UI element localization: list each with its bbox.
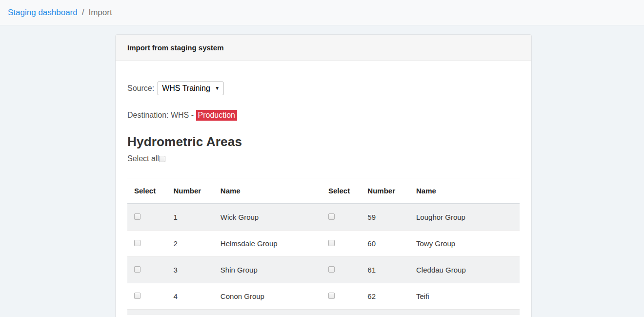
table-row: 1Wick Group59Loughor Group (127, 204, 520, 230)
row-select-checkbox-left[interactable] (134, 293, 141, 299)
breadcrumb-separator: / (82, 8, 84, 18)
panel-body: Source: WHS Training ▼ Destination: WHS … (116, 61, 531, 315)
row-select-checkbox-left[interactable] (134, 266, 141, 273)
row-select-cell-right (322, 283, 361, 309)
row-number-right: 61 (361, 256, 409, 283)
column-header-select-3: Select (322, 178, 361, 204)
section-title: Hydrometric Areas (127, 134, 520, 149)
row-number-left: 1 (166, 204, 213, 230)
row-number-right: 62 (361, 283, 409, 309)
table-header-row: SelectNumberNameSelectNumberName (127, 178, 520, 204)
source-field: Source: WHS Training ▼ (127, 82, 520, 95)
column-header-number-1: Number (166, 178, 213, 204)
breadcrumb-link-staging-dashboard[interactable]: Staging dashboard (8, 8, 78, 18)
select-all-label: Select all (127, 154, 159, 163)
row-name-right: Loughor Group (409, 204, 520, 230)
partial-next-row (127, 309, 520, 315)
row-select-checkbox-right[interactable] (328, 266, 335, 273)
column-header-number-4: Number (361, 178, 409, 204)
import-panel: Import from staging system Source: WHS T… (115, 34, 532, 317)
row-name-left: Wick Group (214, 204, 322, 230)
destination-environment-badge: Production (196, 110, 238, 121)
row-select-checkbox-right[interactable] (328, 213, 335, 220)
table-row: 3Shin Group61Cleddau Group (127, 256, 520, 283)
destination-field: Destination: WHS - Production (127, 111, 520, 120)
table-row: 4Conon Group62Teifi (127, 283, 520, 309)
row-select-cell-right (322, 256, 361, 283)
row-name-right: Teifi (409, 283, 520, 309)
panel-title: Import from staging system (127, 43, 224, 52)
row-name-right: Towy Group (409, 230, 520, 256)
hydrometric-areas-table: SelectNumberNameSelectNumberName 1Wick G… (127, 178, 520, 309)
select-all-row: Select all (127, 154, 520, 163)
row-number-left: 3 (166, 256, 213, 283)
row-number-left: 4 (166, 283, 213, 309)
column-header-name-5: Name (409, 178, 520, 204)
row-select-checkbox-right[interactable] (328, 293, 335, 299)
row-select-checkbox-right[interactable] (328, 240, 335, 246)
row-number-right: 59 (361, 204, 409, 230)
column-header-name-2: Name (214, 178, 322, 204)
breadcrumb-current: Import (88, 8, 112, 18)
row-name-left: Conon Group (214, 283, 322, 309)
row-number-left: 2 (166, 230, 213, 256)
source-label: Source: (127, 84, 154, 93)
row-name-left: Helmsdale Group (214, 230, 322, 256)
row-select-cell-left (127, 204, 166, 230)
row-number-right: 60 (361, 230, 409, 256)
row-select-checkbox-left[interactable] (134, 240, 141, 246)
row-select-cell-left (127, 256, 166, 283)
column-header-select-0: Select (127, 178, 166, 204)
row-select-cell-right (322, 204, 361, 230)
row-select-checkbox-left[interactable] (134, 213, 141, 220)
table-row: 2Helmsdale Group60Towy Group (127, 230, 520, 256)
source-select[interactable]: WHS Training (158, 82, 223, 95)
source-select-wrap: WHS Training ▼ (158, 82, 223, 95)
page-content: Import from staging system Source: WHS T… (0, 25, 644, 317)
row-select-cell-left (127, 230, 166, 256)
destination-label: Destination: (127, 111, 169, 119)
select-all-checkbox[interactable] (159, 156, 165, 162)
row-name-right: Cleddau Group (409, 256, 520, 283)
row-select-cell-left (127, 283, 166, 309)
destination-prefix: WHS - (171, 111, 194, 119)
row-name-left: Shin Group (214, 256, 322, 283)
breadcrumb: Staging dashboard / Import (0, 0, 644, 25)
row-select-cell-right (322, 230, 361, 256)
panel-header: Import from staging system (116, 35, 531, 61)
